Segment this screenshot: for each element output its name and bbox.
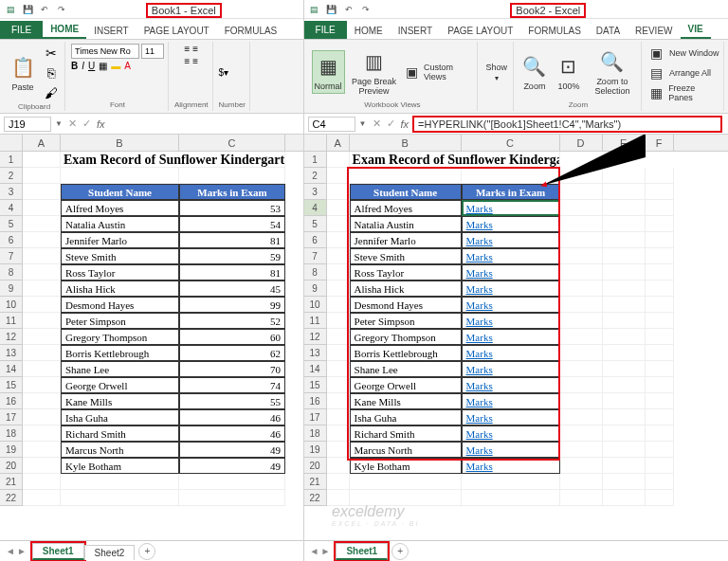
cell[interactable] <box>23 490 61 506</box>
cell[interactable]: George Orwell <box>350 377 462 393</box>
cell[interactable] <box>327 377 350 393</box>
hyperlink-cell[interactable]: Marks <box>462 425 560 442</box>
cell[interactable] <box>23 313 61 329</box>
hyperlink-cell[interactable]: Marks <box>462 280 560 297</box>
cell[interactable]: 45 <box>179 280 285 297</box>
row-header[interactable]: 20 <box>304 458 327 474</box>
enter-icon[interactable]: ✓ <box>82 118 91 130</box>
cell[interactable] <box>560 216 603 232</box>
cell[interactable] <box>560 409 603 425</box>
cell[interactable]: Natalia Austin <box>350 216 462 232</box>
cell[interactable] <box>327 152 350 168</box>
cell[interactable] <box>23 345 61 361</box>
tab-page-layout[interactable]: PAGE LAYOUT <box>136 23 217 39</box>
page-break-button[interactable]: ▥ Page Break Preview <box>349 46 400 98</box>
row-header[interactable]: 12 <box>0 329 23 345</box>
cell[interactable] <box>327 248 350 264</box>
row-header[interactable]: 12 <box>304 329 327 345</box>
cell[interactable] <box>560 248 603 264</box>
row-header[interactable]: 2 <box>304 168 327 184</box>
redo-icon[interactable]: ↷ <box>55 3 68 16</box>
cell[interactable] <box>327 313 350 329</box>
cell[interactable] <box>603 264 646 280</box>
cell[interactable]: Kane Mills <box>61 393 179 409</box>
formula-bar[interactable] <box>108 123 302 125</box>
cell[interactable] <box>603 216 646 232</box>
zoom-button[interactable]: 🔍Zoom <box>519 51 550 93</box>
custom-views-button[interactable]: ▣ Custom Views <box>404 63 474 81</box>
row-header[interactable]: 19 <box>304 442 327 458</box>
row-header[interactable]: 15 <box>0 377 23 393</box>
cell[interactable]: Desmond Hayes <box>61 297 179 313</box>
row-header[interactable]: 14 <box>304 361 327 377</box>
cell[interactable]: Exam Record of Sunflower Kindergarten <box>61 152 285 168</box>
cell[interactable]: Marks in Exam <box>462 184 560 200</box>
undo-icon[interactable]: ↶ <box>38 3 51 16</box>
cell[interactable] <box>327 474 350 490</box>
align-center-icon[interactable]: ≡ <box>192 56 198 66</box>
row-header[interactable]: 11 <box>0 313 23 329</box>
row-header[interactable]: 21 <box>304 474 327 490</box>
cell[interactable] <box>327 361 350 377</box>
cell[interactable]: 70 <box>179 361 285 377</box>
cell[interactable] <box>646 393 674 409</box>
number-format-icon[interactable]: $▾ <box>219 67 229 78</box>
sheet-nav-next-icon[interactable]: ► <box>320 546 330 556</box>
align-left-icon[interactable]: ≡ <box>184 56 190 66</box>
cell[interactable] <box>603 361 646 377</box>
cut-icon[interactable]: ✂ <box>42 44 61 63</box>
hyperlink-cell[interactable]: Marks <box>462 248 560 264</box>
cell[interactable] <box>603 297 646 313</box>
row-header[interactable]: 17 <box>304 409 327 425</box>
worksheet-grid[interactable]: ABCDEF 123456789101112131415161718192021… <box>304 135 728 540</box>
cell[interactable] <box>603 168 646 184</box>
cell[interactable]: 99 <box>179 297 285 313</box>
zoom-100-button[interactable]: ⊡100% <box>554 51 584 93</box>
cell[interactable] <box>646 313 674 329</box>
cell[interactable]: Alfred Moyes <box>350 200 462 216</box>
cell[interactable] <box>646 264 674 280</box>
cell[interactable] <box>603 329 646 345</box>
cell[interactable]: George Orwell <box>61 377 179 393</box>
name-box-dropdown-icon[interactable]: ▼ <box>359 119 367 128</box>
cell[interactable] <box>327 264 350 280</box>
cell[interactable]: 81 <box>179 232 285 248</box>
cell[interactable] <box>603 393 646 409</box>
row-header[interactable]: 5 <box>0 216 23 232</box>
row-header[interactable]: 16 <box>0 393 23 409</box>
cell[interactable]: Borris Kettlebrough <box>61 345 179 361</box>
cell[interactable] <box>560 313 603 329</box>
cell[interactable] <box>61 490 179 506</box>
cell[interactable] <box>23 458 61 474</box>
cell[interactable] <box>23 361 61 377</box>
cell[interactable]: Gregory Thompson <box>350 329 462 345</box>
cell[interactable]: Kyle Botham <box>350 458 462 474</box>
tab-formulas[interactable]: FORMULAS <box>520 23 589 39</box>
cancel-icon[interactable]: ✕ <box>373 118 381 130</box>
cell[interactable] <box>603 232 646 248</box>
row-header[interactable]: 3 <box>304 184 327 200</box>
cell[interactable]: Exam Record of Sunflower Kindergarten <box>350 152 560 168</box>
cell[interactable] <box>23 442 61 458</box>
cell[interactable]: Peter Simpson <box>61 313 179 329</box>
row-header[interactable]: 2 <box>0 168 23 184</box>
cell[interactable] <box>61 474 179 490</box>
add-sheet-button[interactable]: + <box>391 543 409 560</box>
cell[interactable] <box>462 490 560 506</box>
italic-button[interactable]: I <box>82 61 84 71</box>
row-header[interactable]: 6 <box>0 232 23 248</box>
save-icon[interactable]: 💾 <box>325 3 338 16</box>
cell[interactable] <box>23 377 61 393</box>
cell[interactable] <box>23 248 61 264</box>
cell[interactable]: 59 <box>179 248 285 264</box>
cell[interactable]: 52 <box>179 313 285 329</box>
cell[interactable]: Peter Simpson <box>350 313 462 329</box>
cell[interactable] <box>462 474 560 490</box>
cell[interactable]: 46 <box>179 409 285 425</box>
cell[interactable] <box>646 409 674 425</box>
sheet-nav-prev-icon[interactable]: ◄ <box>6 546 15 556</box>
hyperlink-cell[interactable]: Marks <box>462 458 560 474</box>
add-sheet-button[interactable]: + <box>138 543 155 560</box>
hyperlink-cell[interactable]: Marks <box>462 393 560 409</box>
cell[interactable] <box>23 329 61 345</box>
